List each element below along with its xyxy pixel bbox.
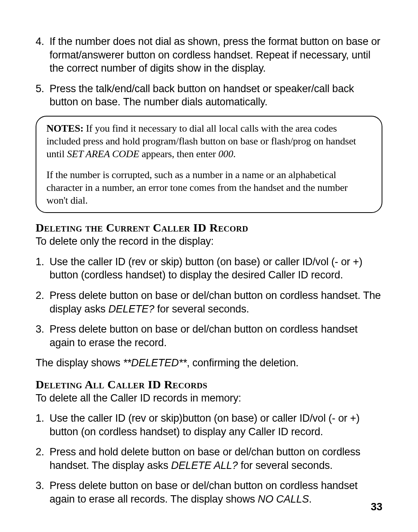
page-number: 33 (371, 501, 382, 513)
list-text: Press and hold delete button on base or … (50, 445, 382, 472)
section-intro: To delete only the record in the display… (36, 235, 382, 248)
section-heading-delete-current: Deleting the Current Caller ID Record (36, 221, 382, 235)
notes-paragraph: NOTES: If you find it necessary to dial … (46, 122, 372, 161)
document-page: 4. If the number does not dial as shown,… (0, 0, 418, 532)
list-item: 3. Press delete button on base or del/ch… (36, 479, 382, 506)
display-prompt: DELETE? (108, 303, 154, 315)
steps-list-delete-all: 1. Use the caller ID (rev or skip)button… (36, 412, 382, 506)
display-status: NO CALLS (258, 493, 309, 505)
list-text-part: for several seconds. (238, 460, 332, 471)
list-item: 1. Use the caller ID (rev or skip)button… (36, 412, 382, 438)
list-item: 2. Press delete button on base or del/ch… (36, 289, 382, 316)
list-item: 2. Press and hold delete button on base … (36, 445, 382, 472)
display-prompt: DELETE ALL? (171, 460, 238, 471)
list-number: 3. (36, 323, 50, 349)
notes-value: 000 (218, 148, 233, 160)
list-number: 1. (36, 412, 50, 438)
notes-display-text: SET AREA CODE (67, 148, 139, 160)
list-number: 5. (36, 82, 50, 109)
list-text: Press delete button on base or del/chan … (50, 323, 382, 349)
section-outro: The display shows **DELETED**, confirmin… (36, 356, 382, 370)
list-text: Use the caller ID (rev or skip) button (… (50, 255, 382, 282)
notes-callout: NOTES: If you find it necessary to dial … (36, 116, 382, 213)
steps-list-delete-current: 1. Use the caller ID (rev or skip) butto… (36, 255, 382, 349)
display-confirmation: **DELETED** (123, 357, 187, 369)
notes-paragraph: If the number is corrupted, such as a nu… (46, 168, 372, 207)
list-item: 3. Press delete button on base or del/ch… (36, 323, 382, 349)
list-item: 1. Use the caller ID (rev or skip) butto… (36, 255, 382, 282)
notes-label: NOTES: (46, 123, 84, 134)
list-number: 1. (36, 255, 50, 282)
notes-text: . (233, 148, 235, 160)
list-number: 2. (36, 289, 50, 316)
list-text: Press the talk/end/call back button on h… (50, 82, 382, 109)
section-intro: To delete all the Caller ID records in m… (36, 391, 382, 405)
list-text: If the number does not dial as shown, pr… (50, 35, 382, 75)
list-number: 3. (36, 479, 50, 506)
outro-text: , confirming the deletion. (187, 357, 298, 369)
list-number: 2. (36, 445, 50, 472)
list-item: 4. If the number does not dial as shown,… (36, 35, 382, 75)
list-number: 4. (36, 35, 50, 75)
list-text: Press delete button on base or del/chan … (50, 479, 382, 506)
list-text: Use the caller ID (rev or skip)button (o… (50, 412, 382, 438)
list-text-part: for several seconds. (154, 303, 249, 315)
section-heading-delete-all: Deleting All Caller ID Records (36, 378, 382, 391)
notes-text: appears, then enter (139, 148, 218, 160)
steps-list-continued: 4. If the number does not dial as shown,… (36, 35, 382, 109)
list-text-part: . (309, 493, 312, 505)
list-text: Press delete button on base or del/chan … (50, 289, 382, 316)
outro-text: The display shows (36, 357, 123, 369)
list-item: 5. Press the talk/end/call back button o… (36, 82, 382, 109)
